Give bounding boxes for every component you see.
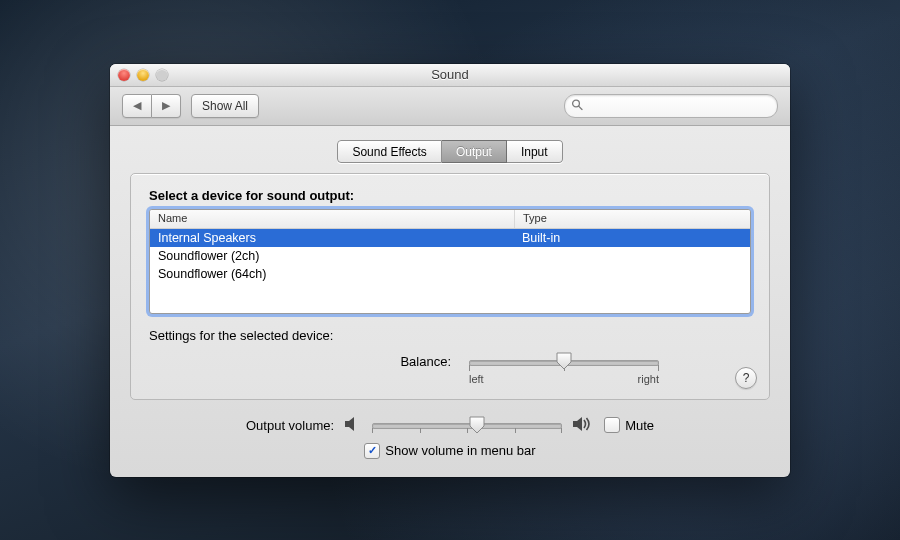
device-table[interactable]: Name Type Internal Speakers Built-in Sou… — [149, 209, 751, 314]
svg-line-1 — [579, 106, 582, 109]
show-in-menubar-label: Show volume in menu bar — [385, 443, 535, 458]
titlebar[interactable]: Sound — [110, 64, 790, 87]
slider-thumb-icon[interactable] — [556, 352, 572, 370]
device-type: Built-in — [514, 230, 750, 246]
balance-left-label: left — [469, 373, 484, 385]
chevron-right-icon: ▶ — [162, 99, 170, 112]
balance-control: Balance: left right — [149, 353, 751, 385]
speaker-high-icon — [572, 416, 594, 435]
tab-sound-effects[interactable]: Sound Effects — [337, 140, 442, 163]
balance-right-label: right — [638, 373, 659, 385]
device-name: Internal Speakers — [150, 230, 514, 246]
checkbox-icon — [604, 417, 620, 433]
window-body: Sound Effects Output Input Select a devi… — [110, 126, 790, 477]
device-name: Soundflower (64ch) — [150, 266, 514, 282]
tab-input[interactable]: Input — [507, 140, 563, 163]
chevron-left-icon: ◀ — [133, 99, 141, 112]
column-name[interactable]: Name — [150, 210, 515, 228]
mute-label: Mute — [625, 418, 654, 433]
device-type — [514, 273, 750, 275]
window-title: Sound — [110, 67, 790, 82]
search-icon — [571, 98, 583, 113]
tab-bar: Sound Effects Output Input — [130, 140, 770, 163]
table-row[interactable] — [150, 283, 750, 301]
settings-for-device-label: Settings for the selected device: — [149, 328, 751, 343]
nav-back-forward: ◀ ▶ — [122, 94, 181, 118]
balance-label: Balance: — [241, 353, 451, 369]
balance-slider[interactable] — [469, 353, 659, 369]
checkbox-icon: ✓ — [364, 443, 380, 459]
table-header: Name Type — [150, 210, 750, 229]
sound-preferences-window: Sound ◀ ▶ Show All Sound Effects Output … — [110, 64, 790, 477]
search-field[interactable] — [564, 94, 778, 118]
help-button[interactable]: ? — [735, 367, 757, 389]
show-all-button[interactable]: Show All — [191, 94, 259, 118]
forward-button[interactable]: ▶ — [152, 94, 181, 118]
select-device-heading: Select a device for sound output: — [149, 188, 751, 203]
back-button[interactable]: ◀ — [122, 94, 152, 118]
output-volume-label: Output volume: — [246, 418, 334, 433]
output-panel: Select a device for sound output: Name T… — [130, 173, 770, 400]
output-volume-slider[interactable] — [372, 417, 562, 433]
speaker-low-icon — [344, 416, 362, 435]
device-type — [514, 255, 750, 257]
volume-section: Output volume: — [130, 416, 770, 459]
mute-checkbox[interactable]: Mute — [604, 417, 654, 433]
device-name: Soundflower (2ch) — [150, 248, 514, 264]
column-type[interactable]: Type — [515, 210, 750, 228]
table-row[interactable]: Soundflower (2ch) — [150, 247, 750, 265]
table-row[interactable]: Soundflower (64ch) — [150, 265, 750, 283]
search-input[interactable] — [564, 94, 778, 118]
show-in-menubar-checkbox[interactable]: ✓ Show volume in menu bar — [364, 443, 535, 459]
table-row[interactable]: Internal Speakers Built-in — [150, 229, 750, 247]
toolbar: ◀ ▶ Show All — [110, 87, 790, 126]
slider-thumb-icon[interactable] — [469, 416, 485, 434]
tab-output[interactable]: Output — [442, 140, 507, 163]
